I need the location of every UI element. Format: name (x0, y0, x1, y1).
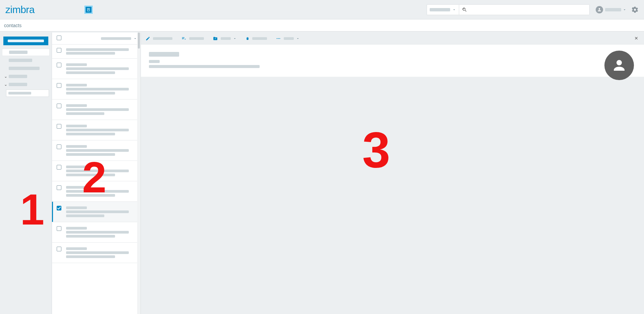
chevron-down-icon (133, 37, 137, 41)
row-checkbox[interactable] (57, 185, 63, 191)
row-content (66, 144, 136, 157)
row-checkbox[interactable] (57, 124, 63, 130)
logo: zimbra (5, 4, 35, 15)
contact-list-body[interactable] (52, 45, 141, 314)
chevron-down-icon (233, 37, 237, 41)
breadcrumb: contacts (4, 23, 21, 28)
row-checkbox[interactable] (57, 104, 63, 109)
scrollbar-track[interactable] (137, 33, 141, 314)
tag-button[interactable] (181, 36, 204, 41)
folder-move-icon (213, 36, 218, 41)
contact-field-label (149, 60, 160, 63)
more-dots-icon (276, 36, 281, 41)
sidebar-add-input[interactable] (6, 89, 49, 97)
row-checkbox[interactable] (57, 247, 63, 252)
chevron-down-icon (296, 37, 300, 41)
annotation-3: 3 (362, 130, 390, 170)
avatar-icon (596, 6, 603, 13)
app-header: zimbra (0, 0, 644, 19)
close-pane-button[interactable] (634, 36, 639, 41)
list-item[interactable] (52, 181, 141, 202)
row-content (66, 47, 136, 56)
viewing-pane: 3 (141, 33, 644, 314)
sidebar-item-categories[interactable]: ⌄ (2, 81, 50, 88)
row-checkbox[interactable] (57, 144, 63, 150)
contact-card (141, 45, 644, 77)
svg-point-1 (278, 38, 279, 39)
list-check-icon (181, 36, 186, 41)
annotation-1: 1 (20, 192, 44, 227)
sort-selector[interactable] (101, 37, 137, 41)
list-item[interactable] (52, 120, 141, 140)
chevron-down-icon (623, 8, 627, 12)
row-content (66, 205, 136, 218)
sidebar-item-contacts[interactable] (2, 49, 50, 56)
pencil-icon (146, 36, 150, 41)
chevron-down-icon (452, 8, 456, 12)
row-content (66, 62, 136, 75)
row-content (66, 82, 136, 96)
contact-action-bar (141, 33, 644, 45)
row-content (66, 103, 136, 116)
sidebar-item[interactable] (2, 57, 50, 64)
contact-list-header (52, 33, 141, 45)
svg-point-2 (279, 38, 280, 39)
sidebar: ⌄ ⌄ 1 (0, 33, 52, 314)
row-checkbox[interactable] (57, 48, 63, 54)
trash-icon (246, 36, 250, 41)
list-item[interactable] (52, 100, 141, 120)
row-content (66, 164, 136, 178)
gear-icon (631, 6, 639, 13)
row-checkbox[interactable] (57, 226, 63, 232)
list-item[interactable] (52, 79, 141, 100)
row-content (66, 123, 136, 137)
row-checkbox[interactable] (57, 83, 63, 89)
search-input[interactable] (470, 5, 589, 15)
contacts-app-tab-icon[interactable] (85, 6, 92, 13)
sidebar-item[interactable] (2, 65, 50, 72)
row-content (66, 185, 136, 198)
list-item[interactable] (52, 222, 141, 243)
list-item[interactable] (52, 161, 141, 181)
list-item[interactable] (52, 243, 141, 263)
list-item[interactable] (52, 140, 141, 161)
list-item[interactable] (52, 45, 141, 59)
main-layout: ⌄ ⌄ 1 2 (0, 33, 644, 314)
more-button[interactable] (276, 36, 300, 41)
search-scope-selector[interactable] (427, 4, 459, 15)
edit-button[interactable] (146, 36, 172, 41)
contact-avatar (604, 51, 634, 80)
search-icon (462, 7, 467, 12)
row-checkbox[interactable] (57, 63, 63, 68)
avatar-icon (611, 57, 627, 73)
list-item[interactable] (52, 202, 141, 222)
contact-name (149, 52, 179, 57)
address-book-icon (87, 8, 91, 12)
contact-field-value (149, 65, 260, 68)
sidebar-item-tags[interactable]: ⌄ (2, 73, 50, 80)
list-item[interactable] (52, 59, 141, 79)
chevron-down-icon: ⌄ (4, 74, 9, 79)
new-contact-button[interactable] (3, 37, 48, 45)
close-icon (634, 36, 639, 41)
breadcrumb-bar: contacts (0, 19, 644, 32)
chevron-down-icon: ⌄ (4, 82, 9, 87)
svg-point-0 (277, 38, 277, 39)
settings-button[interactable] (631, 6, 639, 13)
contact-list-column: 2 (52, 33, 141, 314)
row-content (66, 246, 136, 259)
search-box[interactable] (459, 4, 590, 15)
move-button[interactable] (213, 36, 237, 41)
scrollbar-thumb[interactable] (138, 33, 140, 49)
delete-button[interactable] (246, 36, 267, 41)
account-menu[interactable] (596, 6, 627, 13)
row-content (66, 226, 136, 239)
row-checkbox[interactable] (57, 206, 63, 211)
row-checkbox[interactable] (57, 165, 63, 171)
select-all-checkbox[interactable] (57, 36, 61, 41)
